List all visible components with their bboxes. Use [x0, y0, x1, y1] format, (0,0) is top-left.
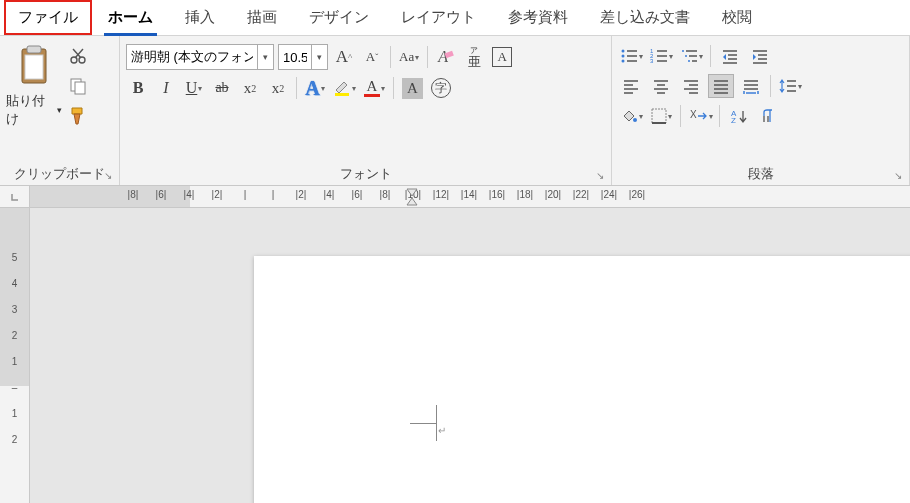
- phonetic-guide-button[interactable]: ア 亜: [462, 45, 486, 69]
- list-number-icon: 1 2 3: [650, 48, 668, 64]
- tab-references[interactable]: 参考資料: [492, 0, 584, 35]
- format-painter-button[interactable]: [66, 104, 90, 128]
- tab-mailings[interactable]: 差し込み文書: [584, 0, 706, 35]
- align-center-button[interactable]: [648, 74, 674, 98]
- svg-point-13: [621, 55, 624, 58]
- separator: [390, 46, 391, 68]
- brush-icon: [68, 106, 88, 126]
- tab-review[interactable]: 校閲: [706, 0, 768, 35]
- tab-design[interactable]: デザイン: [293, 0, 385, 35]
- font-name-input[interactable]: [127, 50, 257, 65]
- decrease-indent-button[interactable]: [717, 44, 743, 68]
- italic-button[interactable]: I: [154, 76, 178, 100]
- tab-draw[interactable]: 描画: [231, 0, 293, 35]
- underline-button[interactable]: U▾: [182, 76, 206, 100]
- dialog-launcher-icon[interactable]: ↘: [596, 170, 608, 182]
- align-left-button[interactable]: [618, 74, 644, 98]
- font-size-combo[interactable]: ▾: [278, 44, 328, 70]
- svg-rect-9: [445, 51, 454, 58]
- copy-icon: [69, 77, 87, 95]
- dialog-launcher-icon[interactable]: ↘: [894, 170, 906, 182]
- chevron-down-icon: ▾: [667, 112, 672, 121]
- chevron-down-icon[interactable]: ▾: [311, 45, 327, 69]
- eraser-icon: [444, 48, 454, 58]
- line-spacing-icon: [779, 78, 797, 94]
- sort-button[interactable]: A Z: [726, 104, 752, 128]
- character-shading-button[interactable]: A: [400, 76, 425, 100]
- show-marks-button[interactable]: [756, 104, 782, 128]
- svg-text:X: X: [690, 109, 697, 120]
- paste-label: 貼り付け: [6, 92, 55, 128]
- highlight-button[interactable]: ▾: [331, 76, 358, 100]
- text-direction-ltr-icon: X: [688, 108, 708, 124]
- bullets-button[interactable]: ▾: [618, 44, 644, 68]
- font-name-combo[interactable]: ▾: [126, 44, 274, 70]
- bold-button[interactable]: B: [126, 76, 150, 100]
- chevron-down-icon: ▾: [197, 84, 202, 93]
- chevron-down-icon: ▾: [380, 84, 385, 93]
- svg-point-59: [633, 118, 637, 122]
- superscript-button[interactable]: x2: [266, 76, 290, 100]
- subscript-button[interactable]: x2: [238, 76, 262, 100]
- align-right-icon: [682, 78, 700, 94]
- line-spacing-button[interactable]: ▾: [777, 74, 803, 98]
- borders-button[interactable]: ▾: [648, 104, 674, 128]
- enclose-characters-button[interactable]: 字: [429, 76, 453, 100]
- work-area: 54321–12 ↵: [0, 208, 910, 503]
- ltr-button[interactable]: X ▾: [687, 104, 713, 128]
- vertical-ruler[interactable]: 54321–12: [0, 208, 30, 503]
- tab-insert[interactable]: 挿入: [169, 0, 231, 35]
- align-center-icon: [652, 78, 670, 94]
- distributed-button[interactable]: [738, 74, 764, 98]
- multilevel-list-button[interactable]: ▾: [678, 44, 704, 68]
- tab-selector[interactable]: [0, 186, 30, 208]
- change-case-button[interactable]: Aa▾: [397, 45, 421, 69]
- align-right-button[interactable]: [678, 74, 704, 98]
- tab-layout[interactable]: レイアウト: [385, 0, 492, 35]
- copy-button[interactable]: [66, 74, 90, 98]
- clear-formatting-button[interactable]: A: [434, 45, 458, 69]
- indent-marker-icon[interactable]: [406, 186, 418, 208]
- shading-button[interactable]: ▾: [618, 104, 644, 128]
- cut-button[interactable]: [66, 44, 90, 68]
- svg-rect-1: [27, 46, 41, 53]
- separator: [710, 45, 711, 67]
- character-border-button[interactable]: A: [490, 45, 514, 69]
- chevron-down-icon[interactable]: ▾: [257, 45, 273, 69]
- chevron-down-icon: ▾: [351, 84, 356, 93]
- align-left-icon: [622, 78, 640, 94]
- chevron-down-icon: ▾: [797, 82, 802, 91]
- increase-indent-button[interactable]: [747, 44, 773, 68]
- font-size-input[interactable]: [279, 50, 311, 65]
- strikethrough-button[interactable]: ab: [210, 76, 234, 100]
- outdent-icon: [721, 48, 739, 64]
- svg-rect-10: [335, 93, 349, 96]
- ruler-row: |8||6||4||2||||2||4||6||8||10||12||14||1…: [0, 186, 910, 208]
- align-justify-icon: [712, 78, 730, 94]
- horizontal-ruler[interactable]: |8||6||4||2||||2||4||6||8||10||12||14||1…: [30, 186, 910, 208]
- svg-text:Z: Z: [731, 116, 736, 124]
- paste-button[interactable]: 貼り付け ▾: [6, 44, 62, 128]
- svg-rect-60: [652, 109, 666, 123]
- font-color-button[interactable]: A ▾: [362, 76, 387, 100]
- align-justify-button[interactable]: [708, 74, 734, 98]
- document-area[interactable]: ↵: [30, 208, 910, 503]
- list-bullet-icon: [620, 48, 638, 64]
- sort-icon: A Z: [730, 108, 748, 124]
- separator: [770, 75, 771, 97]
- grow-font-button[interactable]: A^: [332, 45, 356, 69]
- tab-home[interactable]: ホーム: [92, 0, 169, 35]
- separator: [719, 105, 720, 127]
- text-effects-button[interactable]: A ▾: [303, 76, 327, 100]
- tab-file[interactable]: ファイル: [4, 0, 92, 35]
- ribbon-tabs: ファイル ホーム 挿入 描画 デザイン レイアウト 参考資料 差し込み文書 校閲: [0, 0, 910, 36]
- shrink-font-button[interactable]: Aˇ: [360, 45, 384, 69]
- indent-icon: [751, 48, 769, 64]
- chevron-down-icon: ▾: [708, 112, 713, 121]
- svg-point-3: [71, 57, 77, 63]
- group-paragraph: ▾ 1 2 3 ▾ ▾: [612, 36, 910, 185]
- numbering-button[interactable]: 1 2 3 ▾: [648, 44, 674, 68]
- highlighter-icon: [333, 79, 351, 97]
- chevron-down-icon: ▾: [638, 52, 643, 61]
- dialog-launcher-icon[interactable]: ↘: [104, 170, 116, 182]
